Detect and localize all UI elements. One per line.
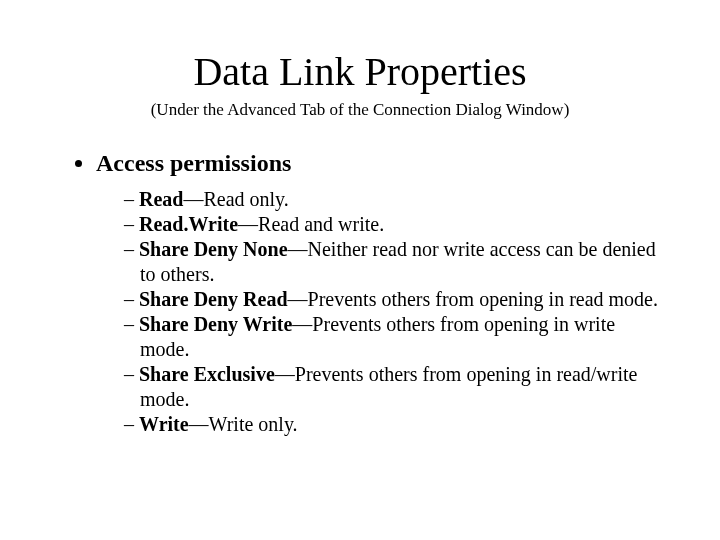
term: Share Exclusive [139, 363, 275, 385]
desc: —Read only. [183, 188, 288, 210]
list-item: Share Deny Write—Prevents others from op… [124, 312, 660, 362]
desc: —Write only. [189, 413, 298, 435]
term: Write [139, 413, 189, 435]
content-area: Access permissions Read—Read only. Read.… [60, 148, 660, 437]
term: Read [139, 188, 183, 210]
list-item: Read.Write—Read and write. [124, 212, 660, 237]
term: Share Deny None [139, 238, 288, 260]
bullet-list-level2: Read—Read only. Read.Write—Read and writ… [96, 187, 660, 437]
page-title: Data Link Properties [60, 50, 660, 94]
bullet-list-level1: Access permissions Read—Read only. Read.… [60, 148, 660, 437]
slide: Data Link Properties (Under the Advanced… [0, 0, 720, 540]
term: Read.Write [139, 213, 238, 235]
list-item: Read—Read only. [124, 187, 660, 212]
section-heading-text: Access permissions [96, 150, 291, 176]
page-subtitle: (Under the Advanced Tab of the Connectio… [60, 100, 660, 120]
list-item: Share Deny Read—Prevents others from ope… [124, 287, 660, 312]
term: Share Deny Write [139, 313, 292, 335]
term: Share Deny Read [139, 288, 288, 310]
list-item: Share Deny None—Neither read nor write a… [124, 237, 660, 287]
desc: —Prevents others from opening in read mo… [288, 288, 658, 310]
list-item: Share Exclusive—Prevents others from ope… [124, 362, 660, 412]
list-item: Write—Write only. [124, 412, 660, 437]
section-heading: Access permissions Read—Read only. Read.… [96, 148, 660, 437]
desc: —Read and write. [238, 213, 384, 235]
